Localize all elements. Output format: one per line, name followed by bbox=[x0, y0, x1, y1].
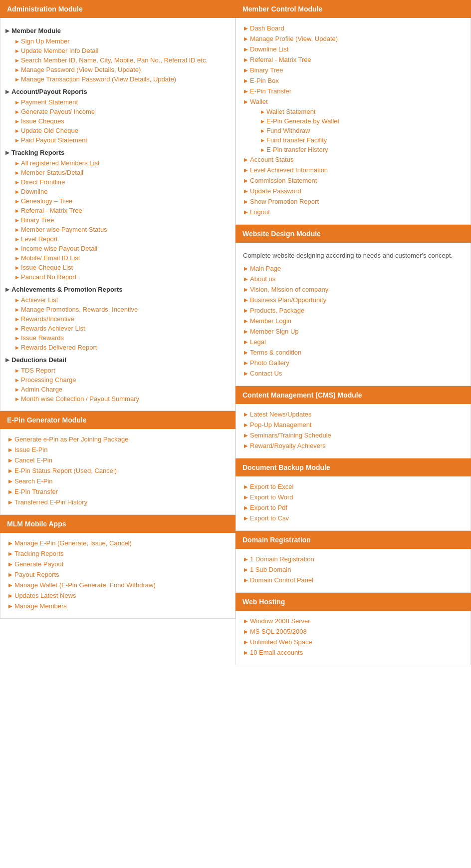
menu-rewards-incentive[interactable]: Rewards/Incentive bbox=[5, 314, 230, 324]
menu-ms-sql[interactable]: MS SQL 2005/2008 bbox=[241, 626, 466, 637]
menu-epin-status-report[interactable]: E-Pin Status Report (Used, Cancel) bbox=[5, 465, 230, 476]
menu-member-status-detail[interactable]: Member Status/Detail bbox=[5, 168, 230, 177]
menu-referral-matrix[interactable]: Referral - Matrix Tree bbox=[241, 54, 466, 65]
menu-domain-control-panel[interactable]: Domain Control Panel bbox=[241, 575, 466, 585]
menu-update-password[interactable]: Update Password bbox=[241, 186, 466, 196]
menu-search-epin[interactable]: Search E-Pin bbox=[5, 476, 230, 486]
menu-payment-statement[interactable]: Payment Statement bbox=[5, 97, 230, 107]
menu-issue-cheques[interactable]: Issue Cheques bbox=[5, 116, 230, 126]
menu-mobile-email-list[interactable]: Mobile/ Email ID List bbox=[5, 253, 230, 263]
menu-month-wise-collection[interactable]: Month wise Collection / Payout Summary bbox=[5, 394, 230, 404]
menu-binary-tree-mc[interactable]: Binary Tree bbox=[241, 65, 466, 75]
menu-downline-list[interactable]: Downline List bbox=[241, 44, 466, 54]
menu-export-word[interactable]: Export to Word bbox=[241, 492, 466, 502]
menu-1-domain[interactable]: 1 Domain Registration bbox=[241, 554, 466, 564]
menu-export-csv[interactable]: Export to Csv bbox=[241, 513, 466, 523]
menu-epin-generate-wallet[interactable]: E-Pin Generate by Wallet bbox=[241, 116, 466, 126]
menu-member-wise-payment[interactable]: Member wise Payment Status bbox=[5, 225, 230, 234]
menu-epin-transfer-history[interactable]: E-Pin transfer History bbox=[241, 145, 466, 154]
menu-sign-up-member[interactable]: Sign Up Member bbox=[5, 36, 230, 46]
menu-epin-box[interactable]: E-Pin Box bbox=[241, 75, 466, 86]
menu-10-email-accounts[interactable]: 10 Email accounts bbox=[241, 647, 466, 658]
menu-manage-wallet-mobile[interactable]: Manage Wallet (E-Pin Generate, Fund With… bbox=[5, 580, 230, 590]
menu-level-report[interactable]: Level Report bbox=[5, 234, 230, 244]
menu-cancel-epin[interactable]: Cancel E-Pin bbox=[5, 455, 230, 465]
menu-update-member-info[interactable]: Update Member Info Detail bbox=[5, 46, 230, 55]
menu-transferred-epin-history[interactable]: Transferred E-Pin History bbox=[5, 497, 230, 507]
menu-legal[interactable]: Legal bbox=[241, 337, 466, 347]
menu-commission-statement[interactable]: Commission Statement bbox=[241, 175, 466, 186]
menu-export-pdf[interactable]: Export to Pdf bbox=[241, 502, 466, 513]
menu-issue-rewards[interactable]: Issue Rewards bbox=[5, 333, 230, 343]
menu-epin-transfer[interactable]: E-Pin Ttransfer bbox=[5, 486, 230, 497]
menu-generate-epin[interactable]: Generate e-Pin as Per Joining Package bbox=[5, 434, 230, 444]
menu-fund-transfer-facility[interactable]: Fund transfer Facility bbox=[241, 135, 466, 145]
left-column: Administration Module Member Module Sign… bbox=[0, 0, 236, 665]
menu-seminars-training[interactable]: Seminars/Training Schedule bbox=[241, 430, 466, 440]
menu-genealogy-tree[interactable]: Genealogy – Tree bbox=[5, 196, 230, 206]
menu-export-excel[interactable]: Export to Excel bbox=[241, 481, 466, 492]
menu-manage-members-mobile[interactable]: Manage Members bbox=[5, 601, 230, 611]
menu-update-old-cheque[interactable]: Update Old Cheque bbox=[5, 126, 230, 135]
menu-binary-tree[interactable]: Binary Tree bbox=[5, 215, 230, 225]
menu-search-member[interactable]: Search Member ID, Name, City, Mobile, Pa… bbox=[5, 55, 230, 65]
menu-contact-us[interactable]: Contact Us bbox=[241, 368, 466, 379]
menu-admin-charge[interactable]: Admin Charge bbox=[5, 385, 230, 394]
menu-reward-royalty[interactable]: Reward/Royalty Achievers bbox=[241, 440, 466, 451]
menu-processing-charge[interactable]: Processing Charge bbox=[5, 375, 230, 385]
menu-unlimited-web-space[interactable]: Unlimited Web Space bbox=[241, 637, 466, 647]
menu-manage-epin-mobile[interactable]: Manage E-Pin (Generate, Issue, Cancel) bbox=[5, 538, 230, 548]
menu-vision-mission[interactable]: Vision, Mission of company bbox=[241, 284, 466, 295]
menu-income-wise-payout[interactable]: Income wise Payout Detail bbox=[5, 244, 230, 253]
menu-manage-transaction-password[interactable]: Manage Transaction Password (View Detail… bbox=[5, 74, 230, 84]
menu-business-plan[interactable]: Business Plan/Opportunity bbox=[241, 295, 466, 305]
menu-tds-report[interactable]: TDS Report bbox=[5, 366, 230, 375]
menu-downline[interactable]: Downline bbox=[5, 187, 230, 196]
menu-wallet[interactable]: Wallet bbox=[241, 96, 466, 107]
menu-updates-latest-news[interactable]: Updates Latest News bbox=[5, 590, 230, 601]
menu-about-us[interactable]: About us bbox=[241, 274, 466, 284]
doc-backup-header: Document Backup Module bbox=[236, 458, 471, 476]
menu-epin-transfer-mc[interactable]: E-Pin Transfer bbox=[241, 86, 466, 96]
menu-window-2008[interactable]: Window 2008 Server bbox=[241, 616, 466, 626]
menu-level-achieved[interactable]: Level Achieved Information bbox=[241, 165, 466, 175]
epin-module-content: Generate e-Pin as Per Joining Package Is… bbox=[0, 429, 236, 515]
menu-photo-gallery[interactable]: Photo Gallery bbox=[241, 358, 466, 368]
menu-rewards-achiever-list[interactable]: Rewards Achiever List bbox=[5, 324, 230, 333]
menu-show-promotion-report[interactable]: Show Promotion Report bbox=[241, 196, 466, 207]
menu-member-sign-up[interactable]: Member Sign Up bbox=[241, 326, 466, 337]
menu-logout[interactable]: Logout bbox=[241, 207, 466, 217]
menu-generate-payout-mobile[interactable]: Generate Payout bbox=[5, 559, 230, 569]
menu-pancard-no-report[interactable]: Pancard No Report bbox=[5, 272, 230, 282]
menu-member-login[interactable]: Member Login bbox=[241, 316, 466, 326]
menu-popup-management[interactable]: Pop-Up Management bbox=[241, 420, 466, 430]
menu-1-sub-domain[interactable]: 1 Sub Domain bbox=[241, 564, 466, 575]
menu-tracking-reports-mobile[interactable]: Tracking Reports bbox=[5, 548, 230, 559]
cms-module-content: Latest News/Updates Pop-Up Management Se… bbox=[236, 404, 471, 458]
menu-dash-board[interactable]: Dash Board bbox=[241, 23, 466, 33]
website-design-module: Website Design Module Complete website d… bbox=[236, 225, 471, 386]
menu-payout-reports-mobile[interactable]: Payout Reports bbox=[5, 569, 230, 580]
menu-manage-profile[interactable]: Manage Profile (View, Update) bbox=[241, 33, 466, 44]
menu-referral-matrix-tree[interactable]: Referral - Matrix Tree bbox=[5, 206, 230, 215]
member-control-content: Dash Board Manage Profile (View, Update)… bbox=[236, 18, 471, 225]
menu-terms-condition[interactable]: Terms & condition bbox=[241, 347, 466, 358]
menu-paid-payout-statement[interactable]: Paid Payout Statement bbox=[5, 135, 230, 145]
section-member-module: Member Module bbox=[5, 27, 230, 34]
menu-latest-news[interactable]: Latest News/Updates bbox=[241, 409, 466, 420]
menu-manage-password[interactable]: Manage Password (View Details, Update) bbox=[5, 65, 230, 74]
menu-account-status[interactable]: Account Status bbox=[241, 154, 466, 165]
menu-manage-promotions[interactable]: Manage Promotions, Rewards, Incentive bbox=[5, 305, 230, 314]
menu-rewards-delivered-report[interactable]: Rewards Delivered Report bbox=[5, 343, 230, 352]
menu-direct-frontline[interactable]: Direct Frontline bbox=[5, 177, 230, 187]
menu-products-package[interactable]: Products, Package bbox=[241, 305, 466, 316]
section-account-payout: Account/Payout Reports bbox=[5, 88, 230, 95]
menu-generate-payout-income[interactable]: Generate Payout/ Income bbox=[5, 107, 230, 116]
menu-wallet-statement[interactable]: Wallet Statement bbox=[241, 107, 466, 116]
menu-issue-cheque-list[interactable]: Issue Cheque List bbox=[5, 263, 230, 272]
menu-achiever-list[interactable]: Achiever List bbox=[5, 295, 230, 305]
menu-issue-epin[interactable]: Issue E-Pin bbox=[5, 444, 230, 455]
menu-all-registered-members[interactable]: All registered Members List bbox=[5, 158, 230, 168]
menu-fund-withdraw[interactable]: Fund Withdraw bbox=[241, 126, 466, 135]
menu-main-page[interactable]: Main Page bbox=[241, 263, 466, 274]
